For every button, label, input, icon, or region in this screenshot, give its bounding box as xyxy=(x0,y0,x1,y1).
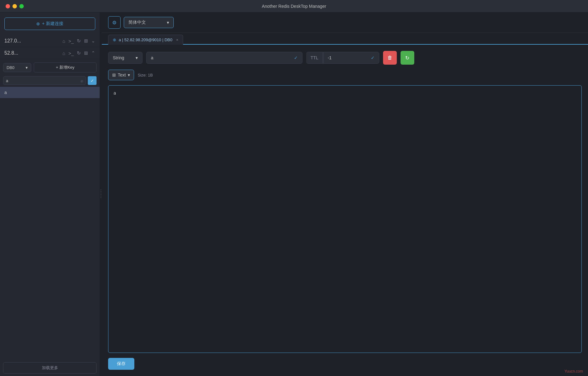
search-input[interactable] xyxy=(6,78,79,83)
type-value: String xyxy=(113,55,124,60)
close-button[interactable] xyxy=(6,4,10,8)
connection-name-1: 127.0... xyxy=(4,38,21,44)
connection-item-2[interactable]: 52.8... ⌂ >_ ↻ ⊞ ⌃ xyxy=(0,47,100,59)
connection-icons-2: ⌂ >_ ↻ ⊞ ⌃ xyxy=(62,50,95,56)
add-key-button[interactable]: + 新增Key xyxy=(34,62,97,72)
format-icon: ⊞ xyxy=(112,72,116,77)
search-confirm-button[interactable]: ✓ xyxy=(88,76,97,85)
top-toolbar: ⚙ 简体中文 ▾ xyxy=(102,12,588,33)
tab-label: a | 52.82.98.209@9010 | DB0 xyxy=(119,37,172,42)
tab-search-icon: ⊕ xyxy=(113,37,116,42)
key-check-icon: ✓ xyxy=(294,55,298,60)
plus-icon: ⊕ xyxy=(36,21,40,26)
lang-chevron-icon: ▾ xyxy=(167,20,169,25)
db-area: DB0 ▾ + 新增Key xyxy=(0,59,100,74)
save-button[interactable]: 保存 xyxy=(108,358,134,370)
gear-icon: ⚙ xyxy=(112,20,117,26)
connection-icons-1: ⌂ >_ ↻ ⊞ ⌄ xyxy=(62,38,95,44)
ttl-label: TTL xyxy=(306,52,323,64)
titlebar: Another Redis DeskTop Manager xyxy=(0,0,588,12)
main-panel: ⚙ 简体中文 ▾ ⊕ a | 52.82.98.209@9010 | DB0 ×… xyxy=(102,12,588,376)
settings-button[interactable]: ⚙ xyxy=(108,16,121,29)
refresh-icon-2[interactable]: ↻ xyxy=(77,50,81,56)
window-controls xyxy=(6,4,24,8)
search-icon: ⌕ xyxy=(81,78,83,83)
load-more-button[interactable]: 加载更多 xyxy=(3,362,97,374)
connection-name-2: 52.8... xyxy=(4,50,18,56)
delete-button[interactable]: 🗑 xyxy=(383,51,397,65)
tabs-bar: ⊕ a | 52.82.98.209@9010 | DB0 × xyxy=(102,34,588,45)
language-selector[interactable]: 简体中文 ▾ xyxy=(124,17,174,28)
format-chevron-icon: ▾ xyxy=(128,72,130,77)
expand-icon-1[interactable]: ⌄ xyxy=(91,38,95,44)
search-wrap: ⌕ xyxy=(3,76,86,85)
ttl-value: -1 xyxy=(328,55,331,60)
size-info: Size: 1B xyxy=(138,73,153,77)
format-value: Text xyxy=(118,72,126,77)
home-icon-1[interactable]: ⌂ xyxy=(62,38,65,44)
new-connection-label: + 新建连接 xyxy=(42,21,63,27)
key-item-a[interactable]: a xyxy=(0,87,100,98)
type-chevron-icon: ▾ xyxy=(136,55,138,60)
sidebar: ⊕ + 新建连接 127.0... ⌂ >_ ↻ ⊞ ⌄ 52.8... ⌂ >… xyxy=(0,12,100,376)
key-name-value: a xyxy=(151,55,153,60)
language-value: 简体中文 xyxy=(128,20,146,25)
collapse-icon-2[interactable]: ⌃ xyxy=(91,50,95,56)
app-body: ⊕ + 新建连接 127.0... ⌂ >_ ↻ ⊞ ⌄ 52.8... ⌂ >… xyxy=(0,12,588,376)
value-format-row: ⊞ Text ▾ Size: 1B xyxy=(108,70,582,80)
new-connection-button[interactable]: ⊕ + 新建连接 xyxy=(4,17,95,30)
search-area: ⌕ ✓ xyxy=(0,74,100,87)
ttl-field[interactable]: -1 ✓ xyxy=(323,52,379,64)
terminal-icon-1[interactable]: >_ xyxy=(68,38,74,44)
key-name: a xyxy=(4,90,7,95)
connection-item-1[interactable]: 127.0... ⌂ >_ ↻ ⊞ ⌄ xyxy=(0,35,100,47)
content-area: String ▾ a ✓ TTL -1 ✓ � xyxy=(102,45,588,376)
value-editor[interactable]: a xyxy=(108,85,582,353)
ttl-group: TTL -1 ✓ xyxy=(306,52,379,64)
trash-icon: 🗑 xyxy=(387,55,392,61)
checkmark-icon: ✓ xyxy=(91,78,94,83)
db-selector[interactable]: DB0 ▾ xyxy=(3,63,31,72)
db-value: DB0 xyxy=(7,65,14,70)
refresh-icon-1[interactable]: ↻ xyxy=(77,38,81,44)
resize-dots xyxy=(101,190,101,199)
key-meta-row: String ▾ a ✓ TTL -1 ✓ � xyxy=(108,51,582,65)
type-selector[interactable]: String ▾ xyxy=(108,52,142,64)
key-name-field[interactable]: a ✓ xyxy=(146,52,302,64)
grid-icon-1[interactable]: ⊞ xyxy=(84,38,88,44)
refresh-icon: ↻ xyxy=(405,55,409,61)
tab-item-a[interactable]: ⊕ a | 52.82.98.209@9010 | DB0 × xyxy=(108,35,183,45)
db-chevron-icon: ▾ xyxy=(26,65,28,70)
format-selector[interactable]: ⊞ Text ▾ xyxy=(108,70,134,80)
key-list: a xyxy=(0,87,100,360)
watermark: Yuucn.com xyxy=(565,369,583,374)
app-title: Another Redis DeskTop Manager xyxy=(262,4,326,9)
home-icon-2[interactable]: ⌂ xyxy=(62,51,65,56)
minimize-button[interactable] xyxy=(12,4,17,8)
terminal-icon-2[interactable]: >_ xyxy=(68,51,74,56)
tab-close-icon[interactable]: × xyxy=(176,38,178,42)
refresh-button[interactable]: ↻ xyxy=(401,51,414,65)
grid-icon-2[interactable]: ⊞ xyxy=(84,50,88,56)
maximize-button[interactable] xyxy=(19,4,24,8)
ttl-check-icon: ✓ xyxy=(371,55,375,60)
